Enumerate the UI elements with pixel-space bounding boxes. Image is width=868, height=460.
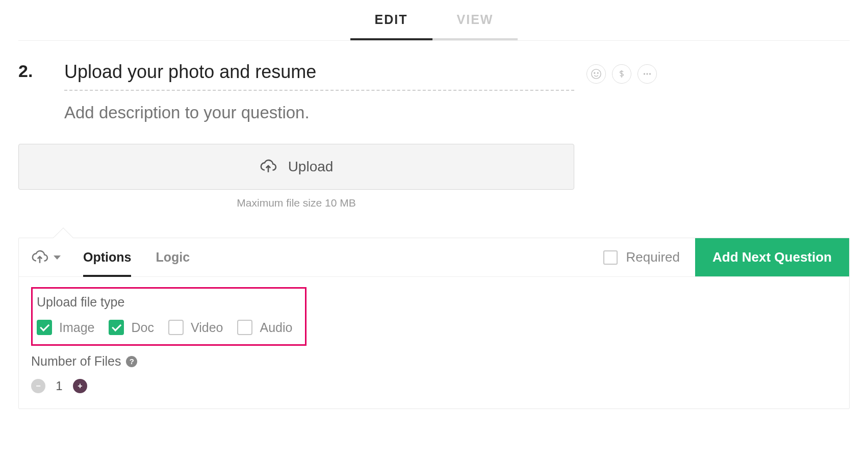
svg-point-5: [649, 73, 651, 74]
svg-point-2: [597, 72, 598, 73]
required-checkbox[interactable]: [603, 250, 618, 265]
checkbox-video[interactable]: [168, 320, 184, 335]
question-title-input[interactable]: [64, 59, 574, 91]
required-toggle[interactable]: Required: [588, 238, 695, 276]
required-label: Required: [626, 249, 680, 265]
more-icon[interactable]: [637, 64, 657, 84]
chevron-down-icon: [54, 255, 61, 260]
upload-file-type-section: Upload file type Image Doc Video: [31, 287, 307, 346]
file-type-label: Image: [59, 320, 94, 335]
upload-type-icon: [31, 248, 48, 267]
question-actions: [586, 59, 657, 84]
file-type-audio[interactable]: Audio: [237, 320, 292, 335]
svg-point-3: [644, 73, 645, 74]
file-type-video[interactable]: Video: [168, 320, 223, 335]
file-type-image[interactable]: Image: [37, 320, 94, 335]
tab-view[interactable]: VIEW: [432, 0, 518, 40]
svg-point-4: [646, 73, 648, 74]
dollar-icon[interactable]: [612, 64, 631, 84]
mode-tabs: EDIT VIEW: [18, 0, 850, 41]
checkbox-image[interactable]: [37, 320, 52, 335]
question-type-dropdown[interactable]: [31, 248, 61, 267]
number-of-files-label: Number of Files: [31, 354, 121, 369]
checkbox-audio[interactable]: [237, 320, 252, 335]
panel-tab-logic[interactable]: Logic: [156, 238, 190, 277]
svg-point-1: [594, 72, 595, 73]
panel-tab-options[interactable]: Options: [83, 238, 131, 277]
svg-point-0: [592, 69, 601, 79]
upload-button[interactable]: Upload: [18, 144, 574, 190]
question-number: 2.: [18, 59, 64, 81]
upload-button-label: Upload: [288, 159, 334, 175]
smile-icon[interactable]: [586, 64, 606, 84]
file-type-doc[interactable]: Doc: [109, 320, 154, 335]
file-type-label: Audio: [260, 320, 292, 335]
checkbox-doc[interactable]: [109, 320, 124, 335]
tab-edit[interactable]: EDIT: [350, 0, 432, 40]
upload-cloud-icon: [260, 157, 277, 176]
increment-button[interactable]: +: [73, 379, 87, 393]
file-type-label: Video: [191, 320, 223, 335]
help-icon[interactable]: ?: [126, 356, 137, 367]
add-next-question-button[interactable]: Add Next Question: [695, 238, 849, 276]
upload-size-note: Maximum file size 10 MB: [18, 197, 574, 209]
file-count-stepper: − 1 +: [31, 379, 837, 393]
question-description-input[interactable]: [64, 91, 574, 122]
file-type-label: Doc: [131, 320, 154, 335]
options-panel: Options Logic Required Add Next Question…: [18, 238, 850, 409]
decrement-button[interactable]: −: [31, 379, 45, 393]
upload-file-type-title: Upload file type: [37, 295, 301, 310]
file-count-value: 1: [55, 379, 64, 393]
